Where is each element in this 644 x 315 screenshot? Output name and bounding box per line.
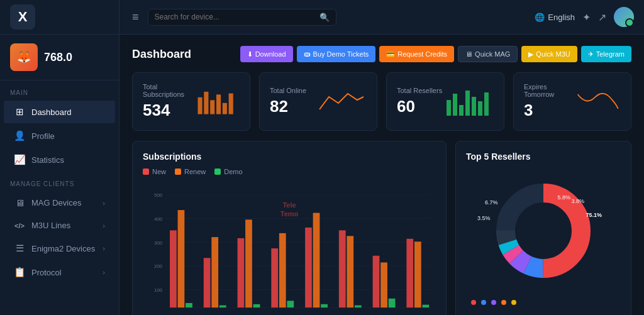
language-button[interactable]: 🌐 English <box>535 13 575 22</box>
stat-cards: Total Subscriptions 534 Total Online 82 <box>132 72 631 131</box>
svg-rect-26 <box>186 303 192 307</box>
resellers-chart <box>443 87 494 116</box>
sidebar-item-enigma2[interactable]: ☰ Enigma2 Devices › <box>4 237 115 260</box>
svg-rect-28 <box>211 237 218 307</box>
svg-rect-11 <box>478 101 482 116</box>
request-credits-button[interactable]: 💳 Request Credits <box>379 46 454 62</box>
user-number: 768.0 <box>44 51 72 64</box>
bottom-section: Subscriptions New Renew Demo <box>132 141 631 315</box>
logo-text: X <box>18 9 28 25</box>
sidebar-item-statistics[interactable]: 📈 Statistics <box>4 148 115 171</box>
section-label-main: MAIN <box>0 80 119 100</box>
chevron-right-icon: › <box>103 222 105 229</box>
svg-rect-39 <box>339 230 346 307</box>
dashboard-icon: ⊞ <box>14 106 25 118</box>
m3u-icon: </> <box>14 222 25 229</box>
main-content: ≡ 🔍 🌐 English ✦ ↗ Dashboard ⬇ Download <box>119 0 644 315</box>
svg-rect-1 <box>204 92 208 114</box>
dot-blue <box>481 300 486 305</box>
svg-rect-4 <box>222 103 226 114</box>
topbar: ≡ 🔍 🌐 English ✦ ↗ <box>119 0 644 35</box>
svg-text:400: 400 <box>154 216 163 222</box>
chevron-right-icon: › <box>103 245 105 252</box>
scatter-dots <box>466 300 621 305</box>
sidebar-item-label: Dashboard <box>31 108 105 117</box>
svg-rect-8 <box>459 105 464 116</box>
stat-value-expires: 3 <box>524 101 575 120</box>
sidebar-item-label: Enigma2 Devices <box>31 244 103 253</box>
legend-dot-demo <box>214 169 221 175</box>
sidebar-item-mag-devices[interactable]: 🖥 MAG Devices › <box>4 192 115 214</box>
stat-label-resellers: Total Resellers <box>397 87 442 94</box>
quick-m3u-button[interactable]: ▶ Quick M3U <box>521 46 577 62</box>
svg-rect-30 <box>238 238 245 307</box>
user-avatar-small[interactable] <box>614 7 634 27</box>
svg-text:100: 100 <box>154 287 163 293</box>
stat-label-subscriptions: Total Subscriptions <box>143 83 195 98</box>
svg-rect-9 <box>465 91 470 116</box>
telegram-button[interactable]: ✈ Telegram <box>581 46 631 62</box>
svg-rect-46 <box>414 241 421 307</box>
dot-red <box>471 300 476 305</box>
ticket-icon: 🎟 <box>304 50 311 58</box>
legend-label-new: New <box>152 168 166 175</box>
mag-btn-icon: 🖥 <box>465 50 472 58</box>
download-icon: ⬇ <box>247 50 253 58</box>
search-box: 🔍 <box>148 9 336 26</box>
svg-rect-44 <box>389 299 396 307</box>
dashboard-content: Dashboard ⬇ Download 🎟 Buy Demo Tickets … <box>119 35 644 315</box>
stat-value-resellers: 60 <box>397 97 442 116</box>
stat-card-resellers: Total Resellers 60 <box>386 72 504 131</box>
svg-rect-33 <box>271 248 278 307</box>
chevron-right-icon: › <box>103 268 105 276</box>
statistics-icon: 📈 <box>14 154 25 165</box>
stat-card-subscriptions: Total Subscriptions 534 <box>132 72 250 131</box>
sidebar-item-m3u-lines[interactable]: </> M3U Lines › <box>4 215 115 236</box>
svg-rect-41 <box>355 306 362 308</box>
legend-label-renew: Renew <box>184 168 206 175</box>
svg-point-55 <box>516 203 571 258</box>
dashboard-header: Dashboard ⬇ Download 🎟 Buy Demo Tickets … <box>132 46 631 62</box>
search-icon: 🔍 <box>319 13 330 22</box>
sidebar-item-profile[interactable]: 👤 Profile <box>4 124 115 147</box>
sidebar-item-label: MAG Devices <box>31 198 103 207</box>
subscriptions-chart <box>195 87 240 116</box>
stat-label-online: Total Online <box>270 87 306 94</box>
buy-demo-button[interactable]: 🎟 Buy Demo Tickets <box>297 46 376 62</box>
legend-renew: Renew <box>175 168 206 175</box>
sidebar: X 🦊 768.0 MAIN ⊞ Dashboard 👤 Profile 📈 S… <box>0 0 119 315</box>
dot-yellow <box>511 300 516 305</box>
sidebar-item-protocol[interactable]: 📋 Protocol › <box>4 261 115 284</box>
legend-label-demo: Demo <box>224 168 242 175</box>
stat-info-online: Total Online 82 <box>270 87 306 116</box>
telegram-icon: ✈ <box>588 50 594 58</box>
svg-rect-3 <box>216 94 220 114</box>
expires-chart <box>575 87 621 116</box>
donut-chart-svg <box>487 174 600 287</box>
svg-rect-7 <box>453 94 457 116</box>
stat-label-expires: Expires Tomorrow <box>524 83 575 98</box>
legend-new: New <box>143 168 166 175</box>
stat-info-expires: Expires Tomorrow 3 <box>524 83 575 120</box>
sidebar-user: 🦊 768.0 <box>0 35 119 80</box>
quick-mag-button[interactable]: 🖥 Quick MAG <box>458 46 518 62</box>
sparkle-button[interactable]: ✦ <box>582 11 591 23</box>
svg-text:500: 500 <box>154 192 163 198</box>
legend-demo: Demo <box>214 168 242 175</box>
svg-rect-27 <box>204 258 211 307</box>
stat-info-resellers: Total Resellers 60 <box>397 87 442 116</box>
svg-rect-35 <box>287 301 294 307</box>
svg-rect-47 <box>422 305 429 307</box>
svg-rect-12 <box>484 92 489 116</box>
share-button[interactable]: ↗ <box>598 11 606 23</box>
svg-rect-0 <box>197 97 202 114</box>
topbar-right: 🌐 English ✦ ↗ <box>535 7 634 27</box>
sidebar-item-dashboard[interactable]: ⊞ Dashboard <box>4 101 115 123</box>
svg-rect-32 <box>253 304 260 307</box>
stat-value-online: 82 <box>270 97 306 116</box>
search-input[interactable] <box>155 13 319 21</box>
donut-chart-container <box>466 168 621 294</box>
download-button[interactable]: ⬇ Download <box>240 46 293 62</box>
menu-toggle-button[interactable]: ≡ <box>130 8 142 26</box>
stat-card-online: Total Online 82 <box>259 72 377 131</box>
